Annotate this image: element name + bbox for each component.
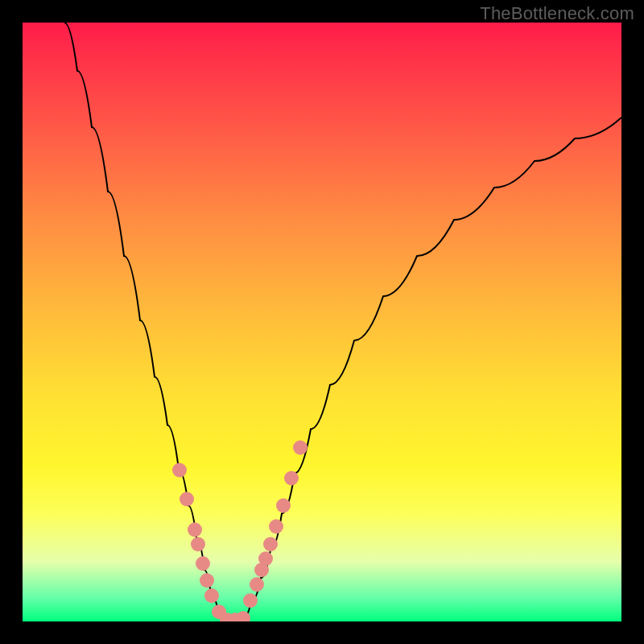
sample-dot [180, 492, 194, 506]
sample-dot [200, 573, 214, 588]
sample-dot [191, 537, 205, 551]
sample-dot [269, 519, 283, 534]
sample-dot [293, 440, 308, 455]
sample-dot [188, 522, 202, 537]
plot-area [23, 23, 621, 621]
sample-dot [263, 537, 278, 551]
sample-dots-group [172, 440, 308, 621]
watermark-text: TheBottleneck.com [480, 3, 634, 24]
sample-dot [196, 556, 210, 571]
sample-dot [284, 471, 299, 485]
sample-dot [172, 463, 187, 477]
chart-svg [23, 23, 621, 621]
sample-dot [258, 551, 273, 566]
sample-dot [250, 577, 264, 592]
sample-dot [204, 588, 219, 603]
sample-dot [243, 593, 258, 608]
sample-dot [276, 498, 291, 513]
right-curve [242, 118, 621, 621]
left-curve [64, 23, 229, 621]
